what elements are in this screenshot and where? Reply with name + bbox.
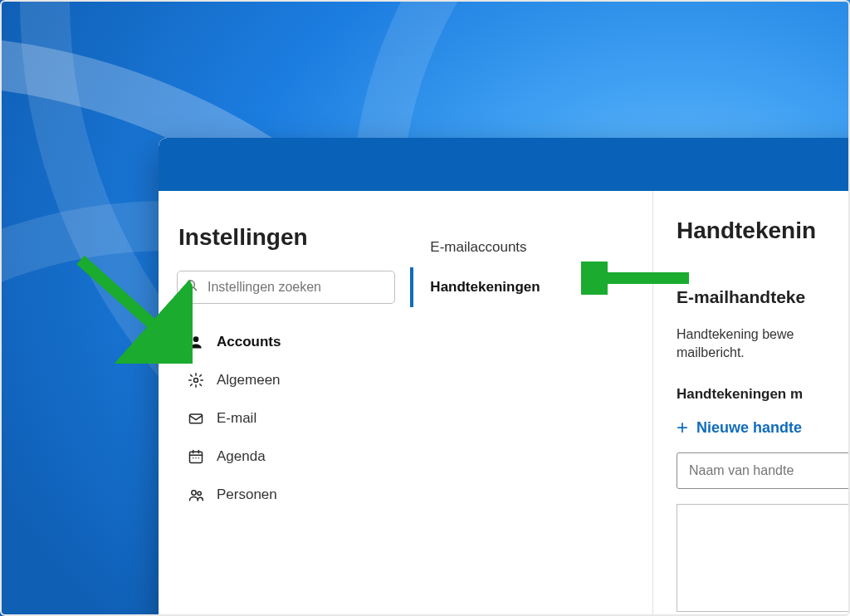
section-title: E-mailhandteke: [677, 287, 850, 307]
nav-item-accounts[interactable]: Accounts: [177, 325, 395, 359]
nav-item-email[interactable]: E-mail: [177, 402, 395, 435]
signature-name-input[interactable]: [677, 452, 850, 489]
search-icon: [185, 279, 198, 296]
nav-item-people[interactable]: Personen: [177, 478, 395, 511]
subnav-item-signatures[interactable]: Handtekeningen: [410, 267, 652, 307]
svg-point-13: [198, 491, 201, 495]
svg-rect-5: [190, 452, 203, 462]
settings-sub-nav: E-mailaccountsHandtekeningen: [410, 191, 653, 616]
section-description: Handtekening bewe mailbericht.: [677, 325, 850, 361]
window-titlebar[interactable]: [159, 138, 850, 191]
svg-rect-4: [190, 414, 203, 423]
people-icon: [187, 486, 205, 503]
new-signature-link[interactable]: + Nieuwe handte: [677, 418, 802, 438]
content-heading: Handtekenin: [677, 218, 850, 244]
nav-item-label: Algemeen: [217, 372, 281, 389]
nav-item-label: Accounts: [217, 334, 281, 350]
desktop-background: Instellingen AccountsAlgemeenE-mailAgend…: [0, 0, 850, 616]
settings-content: Handtekenin E-mailhandteke Handtekening …: [653, 191, 850, 616]
nav-item-label: E-mail: [217, 410, 256, 427]
nav-item-label: Personen: [217, 486, 277, 503]
settings-title: Instellingen: [178, 224, 395, 251]
nav-item-general[interactable]: Algemeen: [177, 364, 395, 397]
svg-point-0: [187, 281, 194, 288]
nav-item-agenda[interactable]: Agenda: [177, 440, 395, 473]
subnav-item-emailaccounts[interactable]: E-mailaccounts: [410, 227, 652, 267]
new-signature-label: Nieuwe handte: [696, 419, 802, 437]
nav-item-label: Agenda: [217, 448, 266, 465]
svg-point-2: [193, 336, 199, 342]
mail-icon: [187, 410, 205, 427]
svg-point-12: [192, 491, 196, 495]
gear-icon: [187, 372, 205, 389]
plus-icon: +: [677, 418, 688, 438]
svg-line-1: [193, 287, 197, 291]
settings-window: Instellingen AccountsAlgemeenE-mailAgend…: [159, 138, 850, 616]
section-subheading: Handtekeningen m: [677, 386, 850, 403]
subnav-item-label: Handtekeningen: [430, 279, 540, 295]
person-icon: [187, 334, 205, 350]
settings-search-input[interactable]: [177, 271, 395, 304]
svg-point-3: [194, 379, 198, 383]
settings-primary-nav: Instellingen AccountsAlgemeenE-mailAgend…: [159, 191, 410, 616]
subnav-item-label: E-mailaccounts: [430, 239, 526, 255]
calendar-icon: [187, 448, 205, 465]
signature-editor[interactable]: [677, 504, 850, 612]
